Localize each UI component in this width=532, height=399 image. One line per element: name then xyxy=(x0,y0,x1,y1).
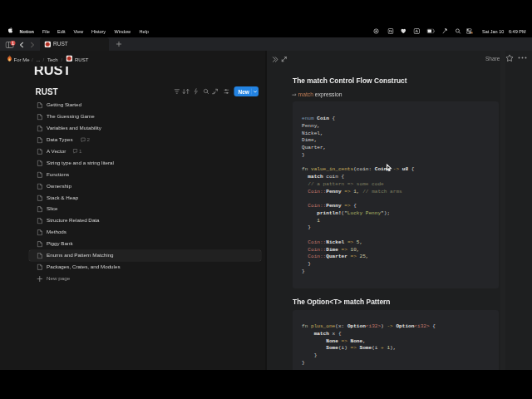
svg-text:1: 1 xyxy=(12,42,14,46)
